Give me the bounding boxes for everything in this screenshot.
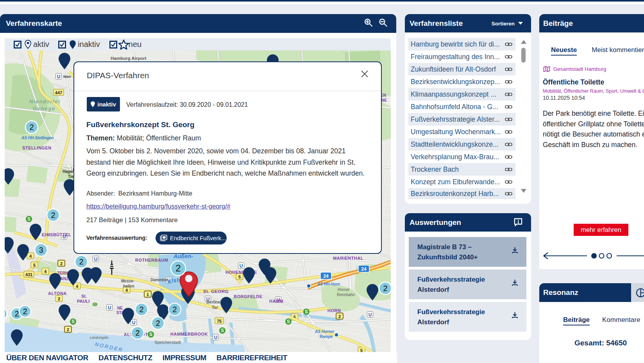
svg-text:2: 2 (79, 257, 83, 266)
svg-text:U: U (214, 335, 218, 340)
svg-text:S: S (149, 332, 152, 337)
svg-text:Außen-: Außen- (173, 253, 193, 259)
svg-text:Messe-: Messe- (121, 279, 134, 283)
svg-text:MARIENTHAL: MARIENTHAL (333, 256, 363, 261)
svg-text:ALTONA: ALTONA (48, 291, 67, 296)
svg-text:2: 2 (23, 307, 27, 316)
svg-text:5: 5 (238, 275, 241, 279)
svg-text:75: 75 (217, 319, 222, 323)
svg-text:4: 4 (125, 288, 128, 293)
svg-text:EIMSBÜTTEL: EIMSBÜTTEL (42, 232, 71, 237)
svg-text:5: 5 (360, 348, 363, 352)
svg-text:Gehege: Gehege (33, 106, 55, 111)
svg-text:2: 2 (338, 314, 341, 319)
svg-text:S: S (72, 319, 75, 324)
svg-text:U: U (57, 74, 61, 79)
svg-text:Horner: Horner (338, 288, 350, 292)
svg-text:2: 2 (14, 309, 19, 318)
svg-text:NE: NE (117, 306, 123, 310)
svg-text:Rampe: Rampe (320, 334, 333, 339)
svg-text:5: 5 (33, 263, 36, 268)
svg-text:2: 2 (29, 123, 34, 131)
svg-text:2: 2 (67, 327, 69, 332)
svg-text:PAULI: PAULI (77, 299, 89, 304)
svg-text:2: 2 (383, 284, 387, 293)
svg-text:Berliner: Berliner (206, 300, 222, 304)
svg-text:Nien: Nien (63, 75, 71, 79)
svg-text:AS HH-Stellingen: AS HH-Stellingen (21, 136, 54, 140)
svg-text:4: 4 (76, 284, 79, 289)
svg-text:Rennbahn: Rennbahn (337, 293, 355, 297)
svg-text:24: 24 (323, 273, 329, 279)
svg-text:Ter: Ter (212, 305, 218, 310)
svg-text:HAMMERBROOK: HAMMERBROOK (170, 332, 208, 336)
svg-text:3: 3 (39, 246, 43, 254)
svg-text:HORN: HORN (327, 308, 341, 313)
svg-text:U: U (94, 257, 98, 262)
svg-text:S: S (27, 216, 30, 222)
svg-text:hallen: hallen (123, 284, 134, 288)
svg-text:AS Horner: AS Horner (315, 329, 335, 334)
svg-text:2: 2 (135, 329, 140, 337)
svg-text:447: 447 (55, 90, 62, 95)
svg-text:2: 2 (139, 305, 143, 314)
svg-text:2: 2 (51, 211, 55, 219)
svg-text:AS HH-Horn: AS HH-Horn (317, 282, 340, 286)
svg-text:S: S (305, 309, 308, 314)
svg-text:St. GEORG: St. GEORG (203, 289, 229, 294)
svg-text:ROTHERBAUM: ROTHERBAUM (135, 258, 168, 262)
svg-text:U: U (132, 320, 136, 325)
svg-text:BORGFELDE: BORGFELDE (234, 294, 263, 299)
svg-text:2: 2 (175, 263, 181, 273)
svg-text:1: 1 (147, 292, 149, 297)
svg-text:2: 2 (172, 305, 177, 314)
svg-text:S: S (287, 319, 290, 324)
svg-text:Landungsbr.: Landungsbr. (90, 336, 109, 340)
svg-text:Speicherstadt: Speicherstadt (154, 340, 181, 345)
svg-text:St.: St. (81, 294, 87, 298)
svg-text:HAMM: HAMM (269, 299, 283, 304)
svg-text:Niendorfer: Niendorfer (29, 99, 61, 104)
svg-text:U: U (240, 263, 243, 269)
svg-text:2: 2 (58, 297, 60, 301)
svg-text:STELLINGEN: STELLINGEN (22, 146, 52, 150)
svg-text:S: S (221, 328, 224, 333)
svg-text:4: 4 (29, 254, 32, 259)
svg-text:U: U (369, 312, 372, 318)
svg-text:Dammtor: Dammtor (150, 278, 168, 282)
svg-text:U: U (108, 305, 111, 311)
svg-text:24: 24 (361, 266, 367, 272)
svg-text:Hamburg Airport: Hamburg Airport (111, 56, 147, 61)
svg-text:431: 431 (25, 272, 32, 277)
svg-text:2: 2 (156, 319, 160, 327)
svg-text:4: 4 (44, 269, 47, 274)
svg-text:2: 2 (60, 261, 63, 266)
